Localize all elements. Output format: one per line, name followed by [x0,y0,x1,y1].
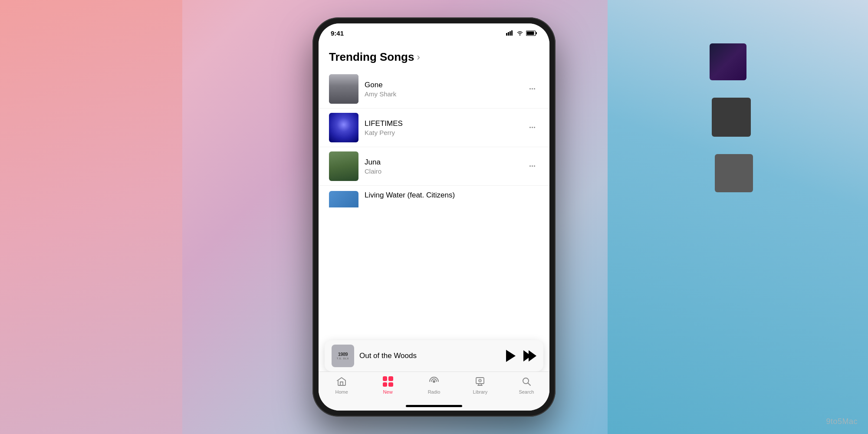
song-info-juna: Juna Clairo [365,158,519,175]
song-title: Gone [365,81,519,89]
song-artist: Clairo [365,168,519,175]
more-options-button[interactable]: ··· [526,158,539,174]
ts-1989-art: 1989 T.S. DLX [332,345,354,367]
radio-icon [428,375,440,388]
song-art-juna [329,151,358,181]
song-title: Living Water (feat. Citizens) [365,191,539,200]
new-icon-sq-4 [388,382,393,387]
song-artist: Amy Shark [365,90,519,98]
song-info-living: Living Water (feat. Citizens) [365,191,539,200]
svg-point-10 [480,380,480,381]
search-svg [521,376,532,387]
song-info-lifetimes: LIFETIMES Katy Perry [365,119,519,136]
home-bar [406,405,462,407]
status-icons [506,30,537,36]
home-icon [335,375,348,388]
list-item[interactable]: Living Water (feat. Citizens) [319,186,549,207]
song-art-gone [329,74,358,104]
svg-rect-1 [508,32,509,36]
status-time: 9:41 [331,30,344,37]
song-title: Juna [365,158,519,167]
phone-screen: 9:41 [319,23,549,411]
tab-home-label: Home [335,389,348,395]
skip-forward-button[interactable] [523,350,536,362]
svg-point-7 [433,380,435,383]
svg-rect-2 [510,31,511,36]
tab-radio-label: Radio [428,389,441,395]
bg-album-art-3 [715,154,753,192]
radio-svg [428,376,440,387]
svg-rect-0 [506,33,507,36]
bg-album-art-1 [710,43,746,80]
song-art-living [329,191,358,207]
tab-library[interactable]: Library [457,375,503,395]
tab-search[interactable]: Search [503,375,549,395]
new-icon-sq-1 [383,376,388,381]
mini-player-album-art: 1989 T.S. DLX [332,345,354,367]
tab-new-label: New [383,389,393,395]
list-item[interactable]: LIFETIMES Katy Perry ··· [319,108,549,147]
search-icon [520,375,533,388]
tab-search-label: Search [519,389,534,395]
mini-player-controls [506,350,536,362]
svg-rect-3 [511,30,513,36]
library-icon [474,375,486,388]
status-bar: 9:41 [319,23,549,43]
new-icon-sq-3 [383,382,388,387]
play-button[interactable] [506,350,516,362]
tab-new[interactable]: New [365,375,411,395]
new-icon [382,375,394,388]
new-icon-sq-2 [388,376,393,381]
tab-home[interactable]: Home [319,375,365,395]
song-list: Gone Amy Shark ··· LIFETIMES Katy Perry … [319,70,549,207]
bg-left-overlay [0,0,182,434]
mini-player-song-title: Out of the Woods [359,352,501,360]
list-item[interactable]: Gone Amy Shark ··· [319,70,549,108]
battery-icon [526,30,537,36]
song-art-lifetimes [329,113,358,142]
trending-title: Trending Songs [329,50,414,64]
bg-album-art-2 [712,98,751,137]
song-info-gone: Gone Amy Shark [365,81,519,98]
home-svg [336,376,347,387]
album-edition: T.S. DLX [337,358,349,360]
phone-frame: 9:41 [312,17,556,417]
album-year: 1989 [338,352,348,357]
more-options-button[interactable]: ··· [526,81,539,97]
svg-rect-5 [536,32,537,34]
song-artist: Katy Perry [365,129,519,136]
svg-rect-6 [527,31,534,35]
mini-player[interactable]: 1989 T.S. DLX Out of the Woods [325,340,543,372]
list-item[interactable]: Juna Clairo ··· [319,147,549,186]
more-options-button[interactable]: ··· [526,120,539,136]
wifi-icon [516,30,523,36]
tab-radio[interactable]: Radio [411,375,457,395]
content-area: Trending Songs › Gone Amy Shark ··· [319,43,549,341]
trending-header[interactable]: Trending Songs › [319,43,549,70]
tab-library-label: Library [473,389,488,395]
new-grid-icon [383,376,393,387]
site-watermark: 9to5Mac [826,417,858,426]
trending-chevron-icon: › [417,52,420,63]
library-svg [475,376,485,387]
song-title: LIFETIMES [365,119,519,128]
signal-icon [506,30,514,36]
